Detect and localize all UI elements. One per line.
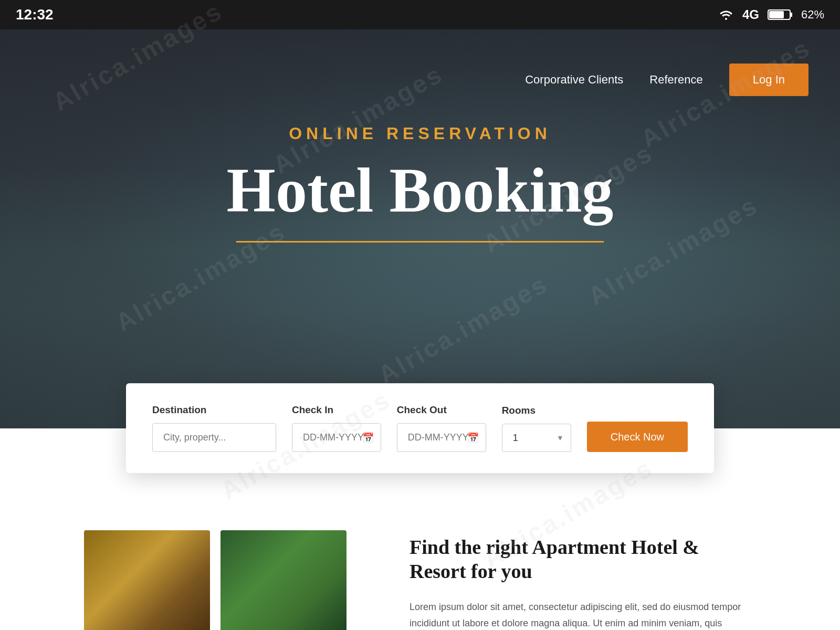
battery-text: 62% — [801, 8, 824, 22]
bottom-heading: Find the right Apartment Hotel & Resort … — [410, 536, 756, 583]
svg-rect-1 — [790, 13, 792, 17]
search-container: Destination Check In 📅 Check Out 📅 Rooms… — [126, 383, 714, 473]
svg-rect-2 — [769, 11, 784, 18]
bottom-text: Find the right Apartment Hotel & Resort … — [368, 530, 756, 630]
checkout-input[interactable] — [397, 423, 486, 452]
hero-divider — [236, 241, 604, 243]
destination-field: Destination — [152, 404, 276, 452]
status-bar: 12:32 4G 62% — [0, 0, 840, 29]
network-label: 4G — [742, 7, 759, 22]
wifi-icon — [718, 8, 734, 21]
destination-input[interactable] — [152, 423, 276, 452]
check-now-button[interactable]: Check Now — [587, 422, 688, 452]
hero-subtitle: ONLINE RESERVATION — [289, 124, 551, 143]
hero-content: ONLINE RESERVATION Hotel Booking — [0, 124, 840, 243]
bottom-section: Find the right Apartment Hotel & Resort … — [0, 499, 840, 630]
bottom-images — [84, 530, 368, 630]
hero-section: Corporative Clients Reference Log In ONL… — [0, 29, 840, 428]
hotel-room-image — [84, 530, 210, 630]
status-icons: 4G 62% — [718, 7, 824, 22]
hero-title: Hotel Booking — [227, 156, 614, 225]
checkout-field: Check Out 📅 — [397, 404, 486, 452]
nav-corporate-clients[interactable]: Corporative Clients — [525, 73, 623, 87]
destination-label: Destination — [152, 404, 276, 416]
bottom-images-row — [84, 530, 368, 630]
login-button[interactable]: Log In — [729, 64, 808, 96]
rooms-wrapper: 1 2 3 4 ▼ — [502, 424, 571, 452]
rooms-select[interactable]: 1 2 3 4 — [502, 424, 571, 452]
checkin-label: Check In — [292, 404, 381, 416]
checkin-field: Check In 📅 — [292, 404, 381, 452]
battery-icon — [768, 8, 793, 21]
checkin-wrapper: 📅 — [292, 423, 381, 452]
checkout-label: Check Out — [397, 404, 486, 416]
navigation: Corporative Clients Reference Log In — [0, 59, 840, 101]
checkout-wrapper: 📅 — [397, 423, 486, 452]
status-time: 12:32 — [16, 6, 54, 23]
rooms-field: Rooms 1 2 3 4 ▼ — [502, 405, 571, 452]
bottom-body: Lorem ipsum dolor sit amet, consectetur … — [410, 599, 756, 630]
rooms-label: Rooms — [502, 405, 571, 416]
nav-reference[interactable]: Reference — [649, 73, 703, 87]
hotel-resort-image — [220, 530, 346, 630]
checkin-input[interactable] — [292, 423, 381, 452]
